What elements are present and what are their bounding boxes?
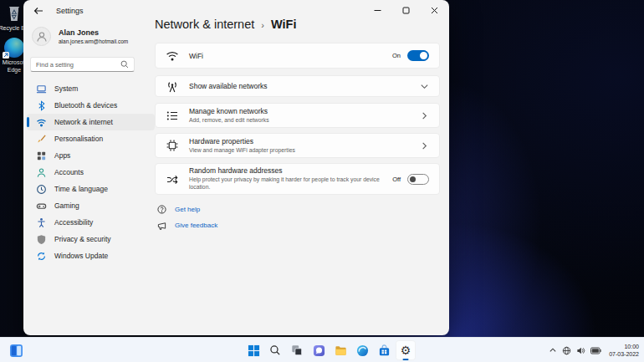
taskbar-search-button[interactable]	[265, 340, 285, 360]
selected-indicator	[27, 117, 29, 127]
breadcrumb: Network & internet › WiFi	[155, 18, 440, 31]
battery-icon[interactable]	[590, 347, 601, 354]
sidebar-item-accounts[interactable]: Accounts	[27, 164, 155, 181]
sidebar-item-time-language[interactable]: Time & language	[27, 181, 155, 197]
volume-icon[interactable]	[576, 346, 585, 355]
breadcrumb-parent[interactable]: Network & internet	[155, 18, 254, 31]
chevron-right-icon	[420, 111, 429, 120]
row-subtitle: View and manage WiFi adapter properties	[189, 147, 386, 155]
widgets-button[interactable]	[7, 341, 25, 359]
list-icon	[166, 110, 179, 122]
give-feedback-link[interactable]: Give feedback	[175, 222, 217, 229]
settings-sidebar-nav: System Bluetooth & devices Network & int…	[27, 80, 155, 264]
shortcut-arrow-icon	[3, 52, 9, 59]
start-button[interactable]	[243, 340, 263, 360]
shield-icon	[36, 234, 47, 245]
widgets-icon	[9, 344, 23, 358]
row-title: Show available networks	[189, 82, 420, 90]
settings-search-box[interactable]	[30, 57, 135, 72]
user-name: Alan Jones	[59, 28, 128, 37]
accounts-person-icon	[36, 167, 47, 178]
sidebar-item-network-internet[interactable]: Network & internet	[27, 114, 155, 130]
get-help-link-row[interactable]: Get help	[157, 205, 440, 214]
wifi-toggle-row: WiFi On	[155, 43, 440, 69]
chat-button[interactable]	[309, 340, 329, 360]
minimize-button[interactable]	[363, 1, 391, 19]
sidebar-item-bluetooth-devices[interactable]: Bluetooth & devices	[27, 97, 155, 114]
wifi-icon	[36, 117, 47, 128]
network-globe-icon[interactable]	[562, 346, 571, 355]
shuffle-icon	[166, 172, 179, 186]
random-addresses-toggle[interactable]	[407, 174, 429, 185]
maximize-button[interactable]	[391, 1, 420, 19]
close-button[interactable]	[420, 1, 448, 19]
wifi-toggle[interactable]	[407, 50, 429, 61]
file-explorer-button[interactable]	[330, 340, 350, 360]
task-view-icon	[291, 344, 303, 356]
task-view-button[interactable]	[287, 340, 307, 360]
search-icon	[120, 60, 129, 69]
wifi-toggle-state: On	[392, 52, 401, 59]
avatar	[32, 27, 51, 46]
file-explorer-icon	[335, 344, 347, 357]
system-icon	[36, 84, 47, 94]
settings-window: Settings Alan Jones alan.jones.wm@hotmai…	[23, 0, 449, 335]
random-hardware-addresses-row: Random hardware addresses Help protect y…	[155, 163, 440, 195]
chevron-right-icon	[420, 141, 429, 150]
chevron-down-icon	[420, 82, 429, 91]
show-available-networks-row[interactable]: Show available networks	[155, 75, 440, 97]
hardware-properties-row[interactable]: Hardware properties View and manage WiFi…	[155, 133, 440, 158]
clock-date: 07-03-2022	[609, 350, 639, 358]
sidebar-item-system[interactable]: System	[27, 80, 155, 97]
apps-grid-icon	[36, 150, 47, 161]
accessibility-person-icon	[36, 217, 47, 228]
row-title: Manage known networks	[189, 107, 420, 115]
recycle-bin-icon	[4, 3, 24, 23]
microsoft-store-button[interactable]	[374, 340, 394, 360]
edge-icon	[356, 344, 369, 357]
clock-icon	[36, 184, 47, 195]
get-help-link[interactable]: Get help	[175, 206, 200, 213]
active-app-indicator	[403, 359, 409, 360]
sidebar-item-personalisation[interactable]: Personalisation	[27, 130, 155, 147]
row-title: Random hardware addresses	[189, 166, 392, 175]
store-icon	[378, 344, 391, 357]
edge-button[interactable]	[352, 340, 372, 360]
user-email: alan.jones.wm@hotmail.com	[59, 38, 128, 44]
sidebar-item-apps[interactable]: Apps	[27, 147, 155, 164]
search-input[interactable]	[36, 61, 120, 69]
feedback-megaphone-icon	[157, 221, 166, 230]
search-icon	[269, 344, 281, 356]
row-title: WiFi	[189, 52, 392, 60]
clock-time: 10:00	[609, 343, 639, 350]
settings-main-pane: Network & internet › WiFi WiFi On Show a…	[155, 18, 440, 237]
row-subtitle: Help protect your privacy by making it h…	[189, 176, 386, 191]
row-subtitle: Add, remove, and edit networks	[189, 117, 386, 125]
back-button[interactable]	[33, 6, 43, 16]
page-title: WiFi	[271, 18, 296, 31]
edge-icon	[4, 38, 24, 58]
taskbar: ⚙ 10:00 07-03-2022	[0, 337, 644, 362]
wifi-icon	[166, 50, 179, 62]
sidebar-item-gaming[interactable]: Gaming	[27, 197, 155, 214]
window-title: Settings	[56, 7, 84, 15]
chip-icon	[166, 139, 179, 152]
breadcrumb-separator: ›	[261, 19, 264, 30]
random-addresses-toggle-state: Off	[392, 176, 401, 183]
row-title: Hardware properties	[189, 137, 420, 145]
settings-button[interactable]: ⚙	[396, 340, 416, 360]
taskbar-clock[interactable]: 10:00 07-03-2022	[609, 343, 639, 358]
broadcast-tower-icon	[166, 80, 179, 93]
windows-start-icon	[248, 344, 260, 357]
chat-icon	[313, 344, 325, 357]
give-feedback-link-row[interactable]: Give feedback	[157, 221, 440, 230]
gamepad-icon	[36, 201, 47, 212]
update-arrows-icon	[36, 251, 47, 262]
manage-known-networks-row[interactable]: Manage known networks Add, remove, and e…	[155, 103, 440, 128]
sidebar-item-accessibility[interactable]: Accessibility	[27, 214, 155, 231]
sidebar-item-windows-update[interactable]: Windows Update	[27, 247, 155, 264]
brush-icon	[36, 134, 47, 145]
user-profile[interactable]: Alan Jones alan.jones.wm@hotmail.com	[32, 27, 128, 46]
sidebar-item-privacy-security[interactable]: Privacy & security	[27, 231, 155, 247]
hidden-icons-chevron[interactable]	[549, 346, 557, 354]
